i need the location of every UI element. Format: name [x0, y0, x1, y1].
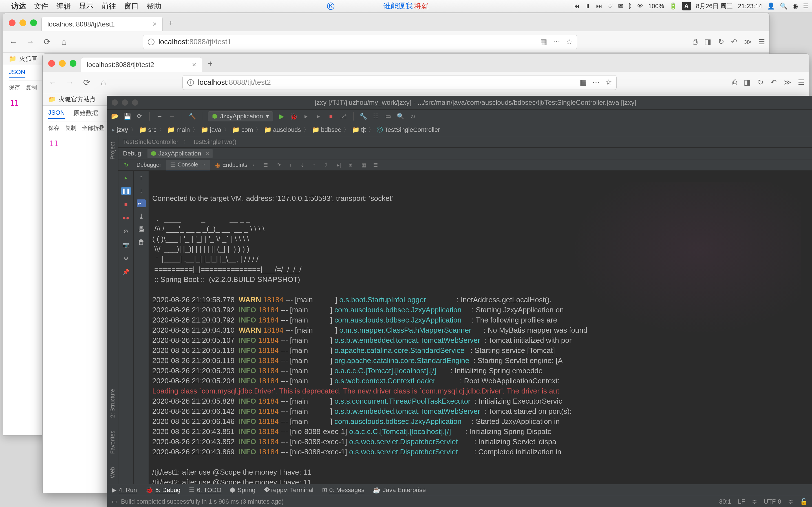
qr-icon[interactable]: ▦ [540, 38, 547, 46]
back-button[interactable]: ← [47, 77, 58, 88]
menu-file[interactable]: 文件 [34, 1, 49, 11]
pin-icon[interactable]: ☰ [371, 161, 380, 169]
crumb-src[interactable]: 📁src [138, 126, 158, 133]
editor-crumb-method[interactable]: testSingleTwo() [194, 138, 237, 146]
sync-icon[interactable]: ↻ [758, 78, 764, 87]
lock-icon[interactable]: 🔓 [800, 498, 808, 505]
k-circle-icon[interactable]: K [327, 3, 335, 10]
debugger-tab[interactable]: Debugger [133, 160, 165, 170]
debug-session-tab[interactable]: ⬢ JzxyApplication × [147, 149, 213, 158]
reload-button[interactable]: ⟳ [81, 77, 92, 88]
web-tool-tab[interactable]: Web [109, 464, 116, 481]
back-button[interactable]: ← [8, 36, 19, 48]
structure-tool-tab[interactable]: 2: Structure [109, 386, 116, 420]
run-tool-tab[interactable]: ▶ 4: Run [112, 487, 137, 494]
json-tab[interactable]: JSON [9, 68, 26, 78]
stop-button[interactable]: ■ [327, 112, 335, 121]
eye-icon[interactable]: 👁 [637, 3, 643, 10]
crumb-com[interactable]: 📁com [231, 126, 254, 133]
menu-help[interactable]: 帮助 [147, 1, 161, 11]
crumb-ausclouds[interactable]: 📁ausclouds [263, 126, 302, 133]
close-window-icon[interactable] [9, 19, 15, 26]
force-step-into-icon[interactable]: ⇓ [298, 161, 306, 169]
line-separator[interactable]: LF [738, 498, 745, 505]
git-icon[interactable]: ⎋ [409, 112, 417, 121]
sidebar-icon[interactable]: ◨ [704, 38, 711, 46]
open-icon[interactable]: 📂 [110, 112, 119, 121]
menu-view[interactable]: 显示 [79, 1, 94, 11]
library-icon[interactable]: ⎙ [732, 78, 737, 87]
prev-track-icon[interactable]: ⏮ [573, 3, 580, 10]
terminal-tool-tab[interactable]: �террм Terminal [264, 487, 313, 494]
crumb-main[interactable]: 📁main [166, 126, 191, 133]
step-over-icon[interactable]: ↷ [274, 161, 283, 169]
save-op[interactable]: 保存 [48, 124, 59, 132]
home-button[interactable]: ⌂ [58, 36, 70, 48]
scroll-end-icon[interactable]: ⤓ [139, 212, 144, 220]
clear-icon[interactable]: 🗑 [138, 238, 145, 246]
console-output[interactable]: Connected to the target VM, address: '12… [149, 171, 812, 484]
run-config-dropdown[interactable]: ⬢ JzxyApplication ▾ [208, 111, 273, 121]
reload-button[interactable]: ⟳ [42, 36, 53, 48]
run-to-cursor-icon[interactable]: ▸ǀ [335, 161, 343, 169]
coverage-button[interactable]: ▸ [302, 112, 310, 121]
endpoints-tab[interactable]: ◉Endpoints→ [211, 160, 259, 170]
home-button[interactable]: ⌂ [98, 77, 109, 88]
build-icon[interactable]: 🔨 [188, 112, 196, 121]
next-track-icon[interactable]: ⏭ [596, 3, 602, 10]
minimize-window-icon[interactable] [59, 60, 66, 67]
site-info-icon[interactable]: i [148, 39, 154, 45]
sidebar-icon[interactable]: ◨ [744, 78, 751, 87]
evaluate-icon[interactable]: 🖩 [347, 161, 355, 169]
save-op[interactable]: 保存 [9, 83, 20, 91]
layout-icon[interactable]: ▦ [359, 161, 368, 169]
sync-icon[interactable]: ⟳ [135, 112, 144, 121]
new-tab-button[interactable]: + [163, 18, 179, 31]
now-playing[interactable]: 谁能逼我将就 [384, 1, 428, 11]
print-icon[interactable]: 🖶 [138, 225, 145, 233]
pause-icon[interactable]: ❚❚ [121, 187, 131, 195]
run-button[interactable]: ▶ [277, 112, 286, 121]
caret-position[interactable]: 30:1 [719, 498, 731, 505]
close-session-icon[interactable]: × [206, 150, 209, 157]
ime-icon[interactable]: A [682, 2, 691, 10]
raw-tab[interactable]: 原始数据 [73, 109, 98, 119]
bookmark-star-icon[interactable]: ☆ [605, 78, 612, 87]
crumb-bdbsec[interactable]: 📁bdbsec [311, 126, 342, 133]
close-window-icon[interactable] [112, 100, 118, 106]
resume-icon[interactable]: ▸ [122, 173, 130, 182]
status-tool-icon[interactable]: ▭ [112, 498, 117, 505]
wrap-icon[interactable]: ⤶ [137, 200, 146, 207]
menu-edit[interactable]: 编辑 [56, 1, 71, 11]
pause-icon[interactable]: ⏸ [585, 3, 591, 10]
undo-icon[interactable]: ↶ [770, 78, 777, 87]
pin2-icon[interactable]: 📌 [122, 268, 130, 276]
close-tab-icon[interactable]: × [192, 60, 196, 69]
stop-icon[interactable]: ■ [122, 200, 130, 209]
debug-button[interactable]: 🐞 [290, 112, 298, 121]
settings-icon[interactable]: 🔧 [359, 112, 368, 121]
javaee-tool-tab[interactable]: ☕ Java Enterprise [373, 487, 426, 494]
crumb-class[interactable]: ⒸTestSingleController [375, 126, 441, 134]
bluetooth-icon[interactable]: ᛒ [628, 3, 632, 10]
redo-arrow-icon[interactable]: → [168, 112, 176, 121]
up-icon[interactable]: ↑ [140, 173, 143, 181]
minimize-window-icon[interactable] [122, 100, 128, 106]
mute-bp-icon[interactable]: ⊘ [122, 227, 130, 235]
user-icon[interactable]: 👤 [767, 3, 775, 10]
bookmark-item[interactable]: 火狐官 [19, 55, 38, 63]
camera-icon[interactable]: 📷 [122, 240, 130, 249]
copy-op[interactable]: 复制 [65, 124, 77, 132]
file-encoding[interactable]: UTF-8 [764, 498, 781, 505]
settings2-icon[interactable]: ⚙ [122, 254, 130, 263]
wechat-icon[interactable]: ✉ [618, 3, 623, 10]
close-tab-icon[interactable]: × [153, 20, 157, 29]
qr-icon[interactable]: ▦ [580, 78, 587, 87]
debug-tool-tab[interactable]: 🐞 5: Debug [146, 487, 181, 494]
browser-tab[interactable]: localhost:8088/tjt/test1 × [42, 17, 163, 31]
menu-window[interactable]: 窗口 [124, 1, 139, 11]
undo-icon[interactable]: ↶ [731, 38, 737, 46]
more-icon[interactable]: ≫ [783, 78, 791, 87]
messages-tool-tab[interactable]: ⊞ 0: Messages [322, 487, 364, 494]
undo-arrow-icon[interactable]: ← [155, 112, 164, 121]
